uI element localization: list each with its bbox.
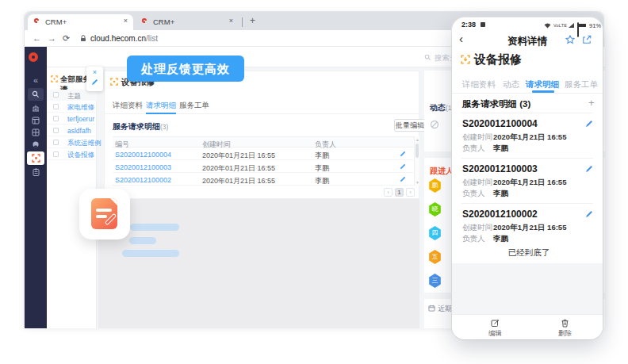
star-icon[interactable]	[565, 35, 575, 44]
tab-close-icon[interactable]: ×	[124, 17, 128, 25]
avatar[interactable]: 四	[428, 226, 442, 240]
list-item-label[interactable]: asldfafh	[67, 127, 91, 135]
list-item-label[interactable]: terfjoerur	[67, 115, 94, 123]
table-row[interactable]: S2020012100004 2020年01月21日 16:55 李鹏	[113, 148, 414, 160]
back-icon[interactable]: ←	[33, 33, 41, 43]
phone-tab-order[interactable]: 服务工单	[565, 79, 598, 90]
scroll-down-icon[interactable]: ▼	[415, 180, 420, 185]
request-card-id[interactable]: S2020012100003	[462, 163, 538, 174]
cell-id[interactable]: S2020012100002	[115, 176, 171, 184]
reload-icon[interactable]: ⟳	[63, 33, 70, 44]
list-item[interactable]: 系统运维例	[47, 136, 97, 148]
row-checkbox[interactable]	[53, 140, 59, 145]
table-row[interactable]: S2020012100003 2020年01月21日 16:55 李鹏	[113, 160, 414, 173]
cell-id[interactable]: S2020012100004	[115, 151, 171, 159]
tab-separator	[242, 17, 243, 27]
avatar[interactable]: 五	[428, 250, 442, 264]
org-icon[interactable]	[32, 104, 40, 112]
tab-service-order[interactable]: 服务工单	[179, 101, 209, 111]
list-item-label[interactable]: 家电维修	[67, 103, 94, 113]
sidebar-item-service-selected[interactable]	[27, 151, 44, 165]
empty-illustration-zone	[98, 199, 419, 328]
pagination-prev[interactable]: ‹	[384, 188, 392, 197]
card-edit-icon[interactable]	[585, 165, 593, 173]
list-brackets-icon	[51, 75, 58, 82]
clipboard-icon[interactable]	[33, 168, 40, 176]
row-checkbox[interactable]	[53, 104, 59, 109]
edit-button[interactable]: 编辑	[488, 329, 502, 339]
browser-tab-inactive[interactable]: CRM+ ×	[136, 14, 239, 30]
phone-tab-activity[interactable]: 动态	[503, 79, 519, 90]
url-text[interactable]: cloud.hecom.cn/list	[90, 34, 158, 43]
search-icon-wrap[interactable]	[28, 88, 44, 101]
share-icon[interactable]	[582, 35, 592, 44]
row-edit-icon[interactable]	[400, 151, 406, 157]
row-edit-icon[interactable]	[400, 163, 406, 170]
row-checkbox[interactable]	[53, 128, 59, 133]
list-item[interactable]: asldfafh	[47, 125, 97, 136]
popup-close-icon[interactable]: ×	[86, 67, 103, 78]
phone-tab-request[interactable]: 请求明细	[526, 79, 559, 90]
tab-request-detail[interactable]: 请求明细	[146, 101, 176, 111]
headset-icon[interactable]	[32, 140, 40, 148]
cell-id[interactable]: S2020012100003	[115, 163, 171, 171]
table-scrollbar[interactable]: ▲ ▼	[414, 136, 419, 186]
calendar-icon	[428, 305, 435, 312]
created-value: 2020年1月21日 16:55	[493, 223, 566, 233]
screenshot-canvas: CRM+ × CRM+ × + ← → ⟳ cloud.hecom.cn/lis…	[0, 0, 628, 364]
section-count: (3)	[160, 123, 168, 131]
avatar[interactable]: 三	[428, 274, 442, 288]
select-all-checkbox[interactable]	[53, 92, 59, 98]
created-value: 2020年1月21日 16:55	[493, 132, 566, 143]
row-checkbox[interactable]	[53, 151, 59, 157]
add-icon[interactable]: +	[588, 97, 595, 109]
table-header: 编号 创建时间 负责人	[113, 136, 414, 148]
site-favicon	[34, 18, 39, 23]
card-edit-icon[interactable]	[585, 120, 593, 128]
trash-icon[interactable]	[561, 319, 569, 328]
status-time: 2:38	[461, 21, 476, 29]
edit-note-icon[interactable]	[491, 319, 500, 328]
browser-tab-active[interactable]: CRM+ ×	[28, 14, 133, 30]
request-card-id[interactable]: S2020012100004	[462, 118, 538, 129]
list-item[interactable]: terfjoerur	[47, 113, 97, 125]
tab-close-icon[interactable]: ×	[229, 17, 233, 25]
avatar[interactable]: 鹏	[428, 178, 442, 193]
list-item[interactable]: 家电维修	[47, 101, 97, 113]
collapse-icon[interactable]: «	[25, 75, 47, 85]
calendar-grid-icon[interactable]	[32, 117, 40, 125]
avatar[interactable]: 晓	[428, 202, 442, 216]
status-app-icon	[481, 22, 485, 27]
row-checkbox[interactable]	[53, 116, 59, 121]
scroll-up-icon[interactable]: ▲	[415, 137, 420, 142]
delete-button[interactable]: 删除	[558, 329, 572, 339]
new-tab-button[interactable]: +	[250, 15, 255, 26]
card-edit-icon[interactable]	[585, 210, 593, 218]
tab-detail[interactable]: 详细资料	[113, 101, 143, 111]
apps-grid-icon[interactable]	[32, 128, 40, 136]
document-icon	[91, 198, 117, 229]
list-item-label[interactable]: 设备报修	[67, 151, 94, 160]
popup-edit-icon[interactable]	[86, 79, 103, 86]
record-brackets-icon	[461, 55, 470, 64]
request-card-id[interactable]: S2020012100002	[462, 209, 538, 220]
list-item[interactable]: 设备报修	[47, 148, 97, 160]
forward-icon[interactable]: →	[48, 33, 56, 43]
created-label: 创建时间	[462, 132, 492, 143]
pagination-page-1[interactable]: 1	[395, 188, 404, 197]
list-column-header: 主题	[47, 90, 97, 101]
scroll-thumb[interactable]	[415, 144, 419, 158]
phone-tab-detail[interactable]: 详细资料	[462, 79, 496, 90]
pagination-next[interactable]: ›	[406, 188, 415, 197]
site-favicon	[142, 18, 147, 23]
cell-owner: 李鹏	[315, 176, 329, 186]
table-row[interactable]: S2020012100002 2020年01月21日 16:55 李鹏	[113, 173, 414, 186]
created-label: 创建时间	[462, 178, 492, 188]
doc-line	[96, 215, 107, 218]
tab-title: CRM+	[153, 17, 174, 26]
section-title: 服务请求明细(3)	[113, 121, 168, 132]
list-item-label[interactable]: 系统运维例	[67, 139, 101, 148]
bulk-edit-button[interactable]: 批量编辑	[394, 119, 426, 132]
owner-value: 李鹏	[493, 144, 508, 154]
row-edit-icon[interactable]	[400, 176, 406, 182]
